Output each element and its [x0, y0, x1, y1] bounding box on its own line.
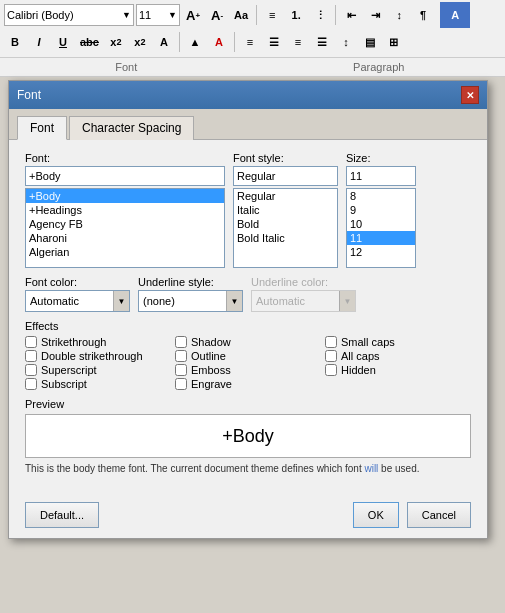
list-item[interactable]: 9: [347, 203, 415, 217]
all-caps-input[interactable]: [325, 350, 337, 362]
multilevel-button[interactable]: ⋮: [309, 4, 331, 26]
justify-button[interactable]: ☰: [311, 31, 333, 53]
align-right-button[interactable]: ≡: [287, 31, 309, 53]
italic-button[interactable]: I: [28, 31, 50, 53]
subscript-button[interactable]: x2: [105, 31, 127, 53]
superscript-input[interactable]: [25, 364, 37, 376]
list-item[interactable]: Bold: [234, 217, 337, 231]
font-name-arrow[interactable]: ▼: [122, 10, 131, 20]
shadow-input[interactable]: [175, 336, 187, 348]
font-style-input[interactable]: [233, 166, 338, 186]
list-item[interactable]: 8: [347, 189, 415, 203]
bold-button[interactable]: B: [4, 31, 26, 53]
font-name-listbox[interactable]: +Body +Headings Agency FB Aharoni Algeri…: [25, 188, 225, 268]
align-center-button[interactable]: ☰: [263, 31, 285, 53]
tab-font[interactable]: Font: [17, 116, 67, 140]
superscript-label: Superscript: [41, 364, 97, 376]
shadow-checkbox[interactable]: Shadow: [175, 336, 321, 348]
font-color-value: Automatic: [26, 295, 113, 307]
underline-color-arrow[interactable]: ▼: [339, 291, 355, 311]
double-strikethrough-input[interactable]: [25, 350, 37, 362]
highlight-button[interactable]: ▲: [184, 31, 206, 53]
font-style-listbox[interactable]: Regular Italic Bold Bold Italic: [233, 188, 338, 268]
effects-label: Effects: [25, 320, 471, 332]
hidden-checkbox[interactable]: Hidden: [325, 364, 471, 376]
font-size-section: Size: 8 9 10 11 12: [346, 152, 416, 268]
font-color-dropdown[interactable]: Automatic ▼: [25, 290, 130, 312]
font-color-col: Font color: Automatic ▼: [25, 276, 130, 312]
decrease-indent-button[interactable]: ⇤: [340, 4, 362, 26]
list-item[interactable]: Aharoni: [26, 231, 224, 245]
list-item[interactable]: +Headings: [26, 203, 224, 217]
cancel-button[interactable]: Cancel: [407, 502, 471, 528]
borders-button[interactable]: ⊞: [383, 31, 405, 53]
line-spacing-button[interactable]: ↕: [335, 31, 357, 53]
list-item[interactable]: +Body: [26, 189, 224, 203]
strikethrough-input[interactable]: [25, 336, 37, 348]
preview-description: This is the body theme font. The current…: [25, 462, 471, 476]
list-item[interactable]: 12: [347, 245, 415, 259]
font-color-arrow[interactable]: ▼: [113, 291, 129, 311]
effects-section: Effects Strikethrough Shadow Small caps …: [25, 320, 471, 390]
strikethrough-checkbox[interactable]: Strikethrough: [25, 336, 171, 348]
tab-character-spacing[interactable]: Character Spacing: [69, 116, 194, 140]
align-left-button[interactable]: ≡: [239, 31, 261, 53]
engrave-input[interactable]: [175, 378, 187, 390]
font-name-value: Calibri (Body): [7, 9, 120, 21]
font-size-listbox[interactable]: 8 9 10 11 12: [346, 188, 416, 268]
shading-button[interactable]: ▤: [359, 31, 381, 53]
strikethrough-button[interactable]: abc: [76, 31, 103, 53]
bullets-button[interactable]: ≡: [261, 4, 283, 26]
numbering-button[interactable]: 1.: [285, 4, 307, 26]
list-item[interactable]: Algerian: [26, 245, 224, 259]
small-caps-checkbox[interactable]: Small caps: [325, 336, 471, 348]
engrave-checkbox[interactable]: Engrave: [175, 378, 321, 390]
dialog-close-button[interactable]: ✕: [461, 86, 479, 104]
list-item[interactable]: 10: [347, 217, 415, 231]
subscript-input[interactable]: [25, 378, 37, 390]
change-case-button[interactable]: Aa: [230, 4, 252, 26]
font-size-combo[interactable]: 11 ▼: [136, 4, 180, 26]
ok-button[interactable]: OK: [353, 502, 399, 528]
font-size-arrow[interactable]: ▼: [168, 10, 177, 20]
shrink-font-button[interactable]: A-: [206, 4, 228, 26]
font-color-button[interactable]: A: [208, 31, 230, 53]
emboss-input[interactable]: [175, 364, 187, 376]
sort-button[interactable]: ↕: [388, 4, 410, 26]
superscript-button[interactable]: x2: [129, 31, 151, 53]
outline-input[interactable]: [175, 350, 187, 362]
list-item[interactable]: Agency FB: [26, 217, 224, 231]
outline-checkbox[interactable]: Outline: [175, 350, 321, 362]
list-item[interactable]: Regular: [234, 189, 337, 203]
list-item[interactable]: Bold Italic: [234, 231, 337, 245]
underline-color-label: Underline color:: [251, 276, 356, 288]
underline-color-dropdown[interactable]: Automatic ▼: [251, 290, 356, 312]
grow-font-button[interactable]: A+: [182, 4, 204, 26]
underline-style-dropdown[interactable]: (none) ▼: [138, 290, 243, 312]
preview-text: +Body: [222, 426, 274, 447]
subscript-checkbox[interactable]: Subscript: [25, 378, 171, 390]
font-size-value: 11: [139, 9, 166, 21]
increase-indent-button[interactable]: ⇥: [364, 4, 386, 26]
underline-style-col: Underline style: (none) ▼: [138, 276, 243, 312]
show-hide-button[interactable]: ¶: [412, 4, 434, 26]
underline-color-col: Underline color: Automatic ▼: [251, 276, 356, 312]
underline-style-arrow[interactable]: ▼: [226, 291, 242, 311]
font-name-combo[interactable]: Calibri (Body) ▼: [4, 4, 134, 26]
list-item[interactable]: Italic: [234, 203, 337, 217]
font-name-input[interactable]: [25, 166, 225, 186]
list-item[interactable]: 11: [347, 231, 415, 245]
small-caps-input[interactable]: [325, 336, 337, 348]
default-button[interactable]: Default...: [25, 502, 99, 528]
underline-button[interactable]: U: [52, 31, 74, 53]
text-effects-button[interactable]: A: [153, 31, 175, 53]
all-caps-checkbox[interactable]: All caps: [325, 350, 471, 362]
superscript-checkbox[interactable]: Superscript: [25, 364, 171, 376]
outline-label: Outline: [191, 350, 226, 362]
double-strikethrough-checkbox[interactable]: Double strikethrough: [25, 350, 171, 362]
emboss-checkbox[interactable]: Emboss: [175, 364, 321, 376]
hidden-input[interactable]: [325, 364, 337, 376]
effects-grid: Strikethrough Shadow Small caps Double s…: [25, 336, 471, 390]
font-name-section: Font: +Body +Headings Agency FB Aharoni …: [25, 152, 225, 268]
font-size-input[interactable]: [346, 166, 416, 186]
